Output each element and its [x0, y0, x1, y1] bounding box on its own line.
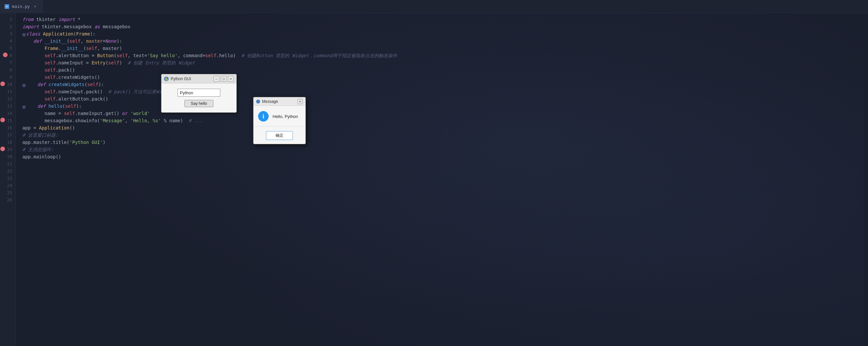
token-op [22, 74, 44, 80]
token-cmt: # 设置窗口标题: [22, 132, 58, 138]
token-str: 'world' [130, 111, 150, 116]
python-gui-titlebar: 🐍 Python GUI — □ ✕ [161, 74, 237, 84]
token-op: , master) [97, 46, 122, 51]
token-kw: from [22, 17, 34, 22]
token-self-kw: self [64, 111, 75, 116]
line-number-25: 25 [7, 189, 12, 196]
token-fn: createWidgets [48, 82, 85, 87]
python-gui-window: 🐍 Python GUI — □ ✕ Say hello [161, 74, 237, 113]
token-cmt: # ... [189, 118, 203, 123]
collapse-arrow-17[interactable]: ▾ [22, 105, 26, 109]
editor-tab-main[interactable]: P main.py × [0, 0, 43, 13]
token-self-kw: self [86, 46, 97, 51]
token-op [40, 31, 43, 36]
token-op: .nameInput.get() [75, 111, 122, 116]
line-number-6: 6 [9, 52, 12, 59]
token-str: 'Message' [100, 118, 125, 123]
token-cmt: # 创建 Entry 类型的 Widget [128, 60, 195, 65]
token-kw: import [59, 17, 75, 22]
line-number-22: 22 [7, 167, 12, 175]
python-gui-say-hello-button[interactable]: Say hello [184, 100, 213, 107]
code-line-5: ▾class Application(Frame): [22, 30, 868, 37]
message-footer: 确定 [258, 131, 301, 140]
token-op: messagebox.showinfo( [22, 118, 100, 123]
token-op: ): [90, 31, 96, 36]
token-kw2: None [105, 38, 117, 44]
line-number-3: 3 [9, 30, 12, 37]
token-str: 'Python GUI' [69, 140, 102, 145]
line-number-14: 14 [7, 110, 12, 117]
code-line-14: self.nameInput.pack() # pack() 方法可以将Widg… [22, 88, 868, 95]
python-file-icon: P [5, 4, 9, 9]
line-number-18: 18 [7, 139, 12, 146]
scrollbar-gutter [864, 13, 868, 346]
line-number-1: 1 [9, 16, 12, 23]
python-gui-close[interactable]: ✕ [228, 76, 234, 82]
python-gui-maximize[interactable]: □ [221, 76, 226, 82]
line-number-24: 24 [7, 182, 12, 189]
token-cls: Application [39, 125, 70, 130]
token-op: .alertButton = [56, 53, 97, 58]
token-op [22, 60, 44, 65]
svg-text:🐍: 🐍 [165, 77, 168, 81]
message-title: Message [256, 99, 278, 104]
token-op [22, 96, 44, 101]
token-op: tkinter [34, 17, 59, 22]
token-op [22, 89, 44, 94]
collapse-arrow-5[interactable]: ▾ [22, 33, 26, 36]
token-self-kw: self [44, 74, 56, 80]
token-op [22, 38, 34, 44]
message-close-button[interactable]: ✕ [298, 99, 303, 104]
token-op: name = [22, 111, 64, 116]
message-body: i Hello, Python 确定 [253, 106, 305, 144]
code-line-23: # 设置窗口标题: [22, 131, 868, 139]
tab-filename: main.py [12, 4, 30, 9]
code-line-17: ▾ def hello(self): [22, 102, 868, 110]
line-number-12: 12 [7, 95, 12, 102]
token-cls: Frame [44, 46, 58, 51]
python-gui-minimize[interactable]: — [213, 76, 219, 82]
token-op: .hello) [216, 53, 241, 58]
line-number-16: 16 [7, 124, 12, 131]
code-line-1: from tkinter import * [22, 16, 868, 23]
line-number-5: 5 [9, 45, 12, 52]
line-number-21: 21 [7, 160, 12, 167]
line-number-2: 2 [9, 23, 12, 30]
token-str: 'Hello, %s' [130, 118, 161, 123]
token-op: % name) [161, 118, 188, 123]
token-op: . [59, 46, 61, 51]
code-line-12: self.createWidgets() [22, 73, 868, 81]
token-kw: import [22, 24, 39, 29]
python-gui-input[interactable] [178, 89, 220, 97]
token-kw: as [94, 24, 100, 29]
tab-close-button[interactable]: × [33, 4, 38, 9]
token-op [22, 67, 44, 73]
code-line-19: messagebox.showinfo('Message', 'Hello, %… [22, 117, 868, 124]
line-number-15: 15 [7, 117, 12, 124]
token-self-kw: self [44, 96, 56, 101]
code-line-26: app.mainloop() [22, 153, 868, 160]
message-title-text: Message [262, 99, 278, 104]
token-cls: Frame [76, 31, 90, 36]
token-op: ): [76, 103, 82, 109]
token-op: app = [22, 125, 39, 130]
line-number-4: 4 [9, 37, 12, 45]
code-line-24: app.master.title('Python GUI') [22, 139, 868, 146]
token-self-kw: self [108, 60, 119, 65]
token-op [128, 111, 130, 116]
token-op: app.master.title( [22, 140, 69, 145]
token-op: messagebox [100, 24, 130, 29]
message-ok-button[interactable]: 确定 [266, 131, 293, 140]
code-line-18: name = self.nameInput.get() or 'world' [22, 110, 868, 117]
token-op: .nameInput = [56, 60, 92, 65]
token-self-kw: self [44, 89, 56, 94]
code-content[interactable]: from tkinter import *import tkinter.mess… [16, 13, 868, 346]
token-op: .pack() [56, 67, 75, 73]
collapse-arrow-13[interactable]: ▾ [22, 84, 26, 87]
code-line-6: def __init__(self, master=None): [22, 37, 868, 45]
line-number-11: 11 [7, 88, 12, 95]
python-gui-title-icon: 🐍 [164, 76, 169, 81]
token-self-kw: self [69, 38, 81, 44]
tab-bar: P main.py × [0, 0, 868, 13]
token-self-kw: self [117, 53, 128, 58]
